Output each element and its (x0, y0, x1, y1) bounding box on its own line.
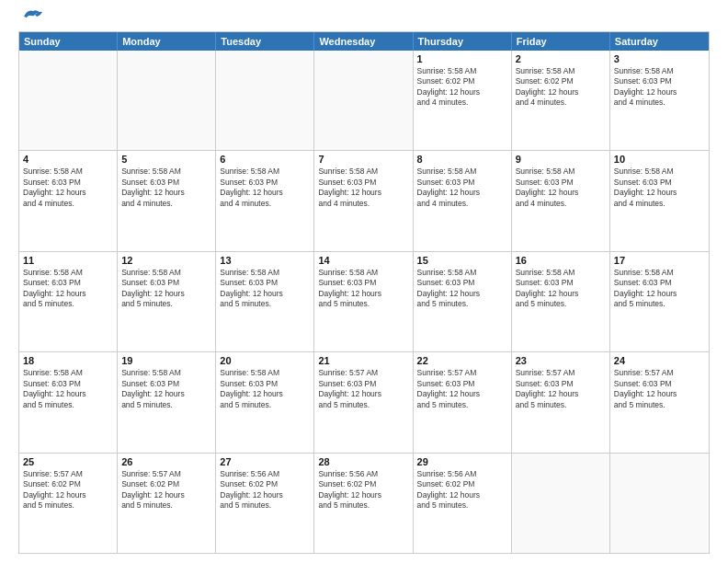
day-info: Sunrise: 5:58 AM Sunset: 6:03 PM Dayligh… (23, 167, 113, 209)
day-number: 6 (220, 154, 310, 165)
day-number: 13 (220, 255, 310, 266)
header-cell-thursday: Thursday (414, 32, 512, 51)
calendar-row-3: 18Sunrise: 5:58 AM Sunset: 6:03 PM Dayli… (19, 351, 709, 452)
day-info: Sunrise: 5:57 AM Sunset: 6:02 PM Dayligh… (23, 469, 113, 511)
calendar-row-4: 25Sunrise: 5:57 AM Sunset: 6:02 PM Dayli… (19, 453, 709, 553)
day-number: 14 (318, 255, 408, 266)
empty-cell-4-5 (512, 454, 610, 553)
header-cell-wednesday: Wednesday (314, 32, 413, 51)
empty-cell-0-1 (118, 51, 216, 150)
day-number: 26 (121, 456, 211, 467)
day-number: 4 (23, 154, 113, 165)
day-info: Sunrise: 5:58 AM Sunset: 6:03 PM Dayligh… (516, 167, 606, 209)
day-number: 27 (220, 456, 310, 467)
day-number: 2 (516, 53, 606, 64)
day-number: 18 (23, 355, 113, 366)
day-info: Sunrise: 5:58 AM Sunset: 6:03 PM Dayligh… (614, 167, 705, 209)
day-cell-16: 16Sunrise: 5:58 AM Sunset: 6:03 PM Dayli… (512, 252, 610, 351)
day-cell-5: 5Sunrise: 5:58 AM Sunset: 6:03 PM Daylig… (118, 151, 216, 250)
day-number: 12 (121, 255, 211, 266)
day-number: 25 (23, 456, 113, 467)
day-number: 7 (318, 154, 408, 165)
day-cell-3: 3Sunrise: 5:58 AM Sunset: 6:03 PM Daylig… (610, 51, 709, 150)
logo-bird-icon (22, 7, 42, 24)
day-cell-20: 20Sunrise: 5:58 AM Sunset: 6:03 PM Dayli… (216, 352, 314, 452)
day-cell-19: 19Sunrise: 5:58 AM Sunset: 6:03 PM Dayli… (118, 352, 216, 452)
calendar-header: SundayMondayTuesdayWednesdayThursdayFrid… (19, 32, 709, 51)
day-info: Sunrise: 5:58 AM Sunset: 6:03 PM Dayligh… (121, 268, 211, 310)
day-info: Sunrise: 5:58 AM Sunset: 6:03 PM Dayligh… (220, 268, 310, 310)
day-info: Sunrise: 5:58 AM Sunset: 6:03 PM Dayligh… (417, 268, 507, 310)
day-info: Sunrise: 5:56 AM Sunset: 6:02 PM Dayligh… (318, 469, 408, 511)
day-cell-15: 15Sunrise: 5:58 AM Sunset: 6:03 PM Dayli… (414, 252, 512, 351)
day-cell-10: 10Sunrise: 5:58 AM Sunset: 6:03 PM Dayli… (610, 151, 709, 250)
day-info: Sunrise: 5:58 AM Sunset: 6:03 PM Dayligh… (121, 368, 211, 410)
day-info: Sunrise: 5:58 AM Sunset: 6:03 PM Dayligh… (23, 368, 113, 410)
day-number: 9 (516, 154, 606, 165)
day-cell-2: 2Sunrise: 5:58 AM Sunset: 6:02 PM Daylig… (512, 51, 610, 150)
day-cell-27: 27Sunrise: 5:56 AM Sunset: 6:02 PM Dayli… (216, 454, 314, 553)
header-cell-saturday: Saturday (610, 32, 709, 51)
day-info: Sunrise: 5:58 AM Sunset: 6:03 PM Dayligh… (614, 268, 705, 310)
day-number: 5 (121, 154, 211, 165)
day-info: Sunrise: 5:57 AM Sunset: 6:03 PM Dayligh… (614, 368, 705, 410)
empty-cell-0-0 (19, 51, 118, 150)
day-cell-26: 26Sunrise: 5:57 AM Sunset: 6:02 PM Dayli… (118, 454, 216, 553)
day-info: Sunrise: 5:58 AM Sunset: 6:02 PM Dayligh… (516, 66, 606, 109)
day-info: Sunrise: 5:58 AM Sunset: 6:03 PM Dayligh… (121, 167, 211, 209)
day-number: 28 (318, 456, 408, 467)
day-cell-17: 17Sunrise: 5:58 AM Sunset: 6:03 PM Dayli… (610, 252, 709, 351)
day-cell-9: 9Sunrise: 5:58 AM Sunset: 6:03 PM Daylig… (512, 151, 610, 250)
calendar: SundayMondayTuesdayWednesdayThursdayFrid… (18, 31, 710, 554)
calendar-row-0: 1Sunrise: 5:58 AM Sunset: 6:02 PM Daylig… (19, 51, 709, 150)
calendar-row-2: 11Sunrise: 5:58 AM Sunset: 6:03 PM Dayli… (19, 251, 709, 351)
header-cell-sunday: Sunday (19, 32, 118, 51)
day-cell-4: 4Sunrise: 5:58 AM Sunset: 6:03 PM Daylig… (19, 151, 118, 250)
day-number: 19 (121, 355, 211, 366)
day-cell-23: 23Sunrise: 5:57 AM Sunset: 6:03 PM Dayli… (512, 352, 610, 452)
day-info: Sunrise: 5:58 AM Sunset: 6:03 PM Dayligh… (220, 368, 310, 410)
day-info: Sunrise: 5:58 AM Sunset: 6:03 PM Dayligh… (23, 268, 113, 310)
day-info: Sunrise: 5:57 AM Sunset: 6:03 PM Dayligh… (516, 368, 606, 410)
day-info: Sunrise: 5:57 AM Sunset: 6:02 PM Dayligh… (121, 469, 211, 511)
day-info: Sunrise: 5:57 AM Sunset: 6:03 PM Dayligh… (417, 368, 507, 410)
day-info: Sunrise: 5:58 AM Sunset: 6:03 PM Dayligh… (516, 268, 606, 310)
day-number: 8 (417, 154, 507, 165)
day-number: 21 (318, 355, 408, 366)
day-number: 20 (220, 355, 310, 366)
header (18, 15, 710, 24)
empty-cell-4-6 (610, 454, 709, 553)
day-cell-24: 24Sunrise: 5:57 AM Sunset: 6:03 PM Dayli… (610, 352, 709, 452)
header-cell-friday: Friday (512, 32, 610, 51)
day-info: Sunrise: 5:58 AM Sunset: 6:03 PM Dayligh… (220, 167, 310, 209)
day-number: 3 (614, 53, 705, 64)
page: SundayMondayTuesdayWednesdayThursdayFrid… (0, 0, 728, 563)
day-cell-11: 11Sunrise: 5:58 AM Sunset: 6:03 PM Dayli… (19, 252, 118, 351)
calendar-body: 1Sunrise: 5:58 AM Sunset: 6:02 PM Daylig… (19, 51, 709, 553)
empty-cell-0-2 (216, 51, 314, 150)
logo (18, 15, 42, 24)
day-cell-21: 21Sunrise: 5:57 AM Sunset: 6:03 PM Dayli… (314, 352, 413, 452)
day-info: Sunrise: 5:58 AM Sunset: 6:02 PM Dayligh… (417, 66, 507, 109)
day-cell-29: 29Sunrise: 5:56 AM Sunset: 6:02 PM Dayli… (414, 454, 512, 553)
day-number: 24 (614, 355, 705, 366)
day-number: 29 (417, 456, 507, 467)
day-number: 16 (516, 255, 606, 266)
day-cell-14: 14Sunrise: 5:58 AM Sunset: 6:03 PM Dayli… (314, 252, 413, 351)
day-cell-7: 7Sunrise: 5:58 AM Sunset: 6:03 PM Daylig… (314, 151, 413, 250)
day-info: Sunrise: 5:57 AM Sunset: 6:03 PM Dayligh… (318, 368, 408, 410)
day-number: 15 (417, 255, 507, 266)
day-cell-28: 28Sunrise: 5:56 AM Sunset: 6:02 PM Dayli… (314, 454, 413, 553)
day-number: 1 (417, 53, 507, 64)
day-cell-13: 13Sunrise: 5:58 AM Sunset: 6:03 PM Dayli… (216, 252, 314, 351)
day-info: Sunrise: 5:56 AM Sunset: 6:02 PM Dayligh… (417, 469, 507, 511)
empty-cell-0-3 (314, 51, 413, 150)
calendar-row-1: 4Sunrise: 5:58 AM Sunset: 6:03 PM Daylig… (19, 150, 709, 250)
day-cell-6: 6Sunrise: 5:58 AM Sunset: 6:03 PM Daylig… (216, 151, 314, 250)
day-cell-18: 18Sunrise: 5:58 AM Sunset: 6:03 PM Dayli… (19, 352, 118, 452)
day-number: 10 (614, 154, 705, 165)
day-number: 17 (614, 255, 705, 266)
day-number: 11 (23, 255, 113, 266)
day-cell-8: 8Sunrise: 5:58 AM Sunset: 6:03 PM Daylig… (414, 151, 512, 250)
day-number: 23 (516, 355, 606, 366)
